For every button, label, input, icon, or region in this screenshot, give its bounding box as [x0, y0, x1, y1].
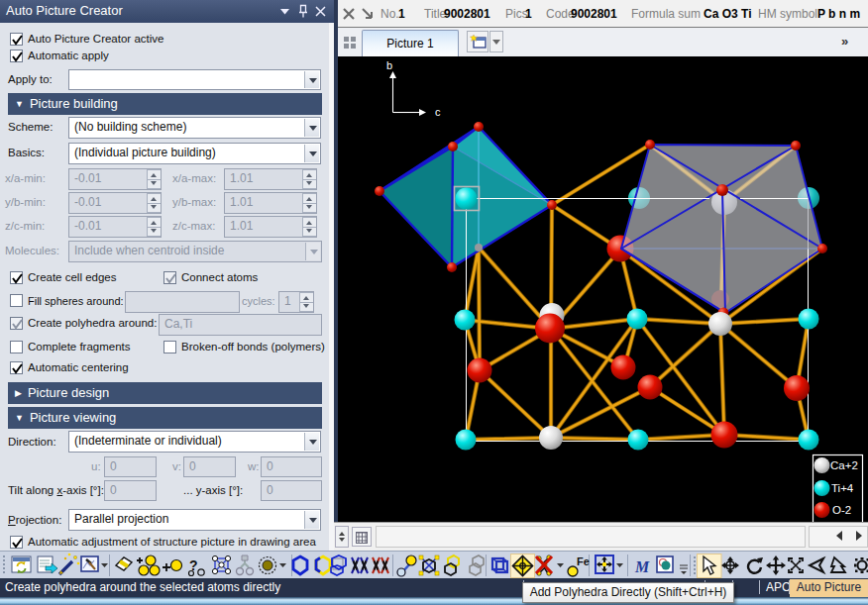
svg-text:M: M [634, 558, 650, 575]
svg-text:c: c [435, 106, 441, 118]
svg-text:O-2: O-2 [832, 504, 851, 516]
svg-text:Ti+4: Ti+4 [831, 482, 854, 494]
svg-text:Fe: Fe [577, 555, 590, 567]
svg-text:b: b [386, 59, 392, 71]
svg-text:Ca+2: Ca+2 [830, 459, 858, 471]
